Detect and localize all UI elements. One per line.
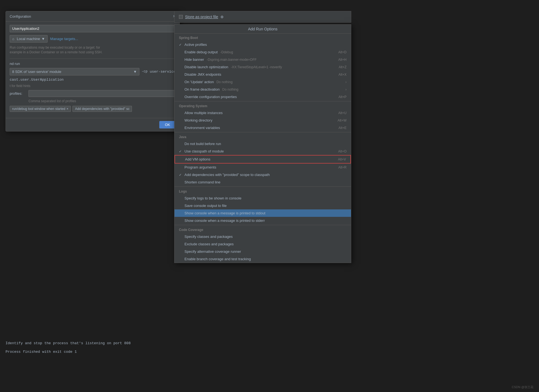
- cp-badge: -cp: [142, 70, 148, 73]
- shortcut-env-vars: Alt+E: [338, 126, 347, 130]
- text-override-config: Override configuration properties: [184, 95, 338, 99]
- store-bar: Store as project file ⚙: [174, 11, 351, 23]
- menu-item-debug-output[interactable]: Enable debug output -Ddebug Alt+D: [175, 48, 351, 56]
- watermark: CSDN @张兰花: [512, 385, 533, 389]
- shortcut-working-dir: Alt+W: [338, 119, 347, 122]
- check-active-profiles: ✓: [179, 43, 184, 47]
- text-debug-output: Enable debug output -Ddebug: [184, 50, 338, 54]
- arrow-frame-deactivation: ›: [345, 88, 347, 91]
- divider-logs: [175, 186, 351, 187]
- section-divider: [10, 59, 176, 59]
- shortcut-program-args: Alt+R: [338, 165, 347, 169]
- dropdown-header: Add Run Options: [175, 25, 351, 34]
- menu-item-add-deps[interactable]: ✓ Add dependencies with "provided" scope…: [175, 171, 351, 178]
- menu-item-use-classpath[interactable]: ✓ Use classpath of module Alt+O: [175, 148, 351, 155]
- module-text: user-service: [150, 70, 176, 74]
- check-add-deps: ✓: [179, 173, 184, 177]
- app-name-input[interactable]: [10, 25, 176, 32]
- text-show-stdout: Show console when a message is printed t…: [184, 211, 347, 215]
- menu-item-env-vars[interactable]: Environment variables Alt+E: [175, 124, 351, 131]
- menu-item-save-console[interactable]: Save console output to file: [175, 202, 351, 209]
- menu-item-multiple-instances[interactable]: Allow multiple instances Alt+U: [175, 109, 351, 117]
- build-run-label: nd run: [10, 62, 176, 66]
- text-logs-console: Specify logs to be shown in console: [184, 196, 347, 200]
- text-hide-banner: Hide banner -Dspring.main.banner-mode=OF…: [184, 57, 338, 62]
- profiles-label: profiles:: [10, 91, 26, 96]
- option-tag-2-text: Add dependencies with "provided" sc: [75, 107, 129, 111]
- divider-os: [175, 101, 351, 101]
- field-hints-row: t for field hints: [10, 84, 176, 88]
- menu-item-specify-classes[interactable]: Specify classes and packages: [175, 233, 351, 240]
- terminal-line3: Process finished with exit code 1: [6, 350, 533, 354]
- text-disable-launch: Disable launch optimization -XX:TieredSt…: [184, 65, 339, 69]
- config-dialog: Configuration × Local machine ▼ Manage t…: [6, 11, 180, 131]
- section-logs: Logs: [175, 187, 351, 194]
- text-disable-jmx: Disable JMX endpoints: [184, 72, 338, 77]
- sdk-select[interactable]: 8 SDK of 'user-service' module ▼: [10, 68, 139, 75]
- profiles-input[interactable]: [28, 90, 176, 97]
- store-checkbox[interactable]: [179, 15, 183, 19]
- menu-item-exclude-classes[interactable]: Exclude classes and packages: [175, 240, 351, 248]
- text-update-action: On 'Update' action Do nothing: [184, 80, 343, 84]
- options-tags: run/debug tool window when started × Add…: [10, 106, 176, 112]
- sdk-label: 8 SDK of 'user-service' module: [12, 70, 61, 74]
- shortcut-use-classpath: Alt+O: [338, 149, 347, 153]
- terminal-bottom: Identify and stop the process that's lis…: [0, 337, 539, 392]
- option-tag-1-text: run/debug tool window when started: [12, 107, 65, 111]
- menu-item-override-config[interactable]: Override configuration properties Alt+P: [175, 93, 351, 101]
- option-tag-2: Add dependencies with "provided" sc: [72, 106, 132, 112]
- local-machine-icon: [12, 37, 15, 41]
- target-row: Local machine ▼ Manage targets...: [10, 35, 176, 43]
- menu-item-show-stdout[interactable]: Show console when a message is printed t…: [175, 209, 351, 217]
- option-tag-1-close[interactable]: ×: [66, 107, 68, 111]
- menu-item-shorten-cmd[interactable]: Shorten command line: [175, 178, 351, 186]
- menu-item-no-build[interactable]: Do not build before run: [175, 140, 351, 148]
- menu-item-active-profiles[interactable]: ✓ Active profiles: [175, 41, 351, 48]
- ok-button[interactable]: OK: [159, 121, 176, 128]
- text-no-build: Do not build before run: [184, 142, 347, 146]
- shortcut-override-config: Alt+P: [338, 95, 347, 99]
- menu-item-program-args[interactable]: Program arguments Alt+R: [175, 164, 351, 171]
- shortcut-hide-banner: Alt+H: [338, 58, 347, 62]
- menu-item-update-action[interactable]: On 'Update' action Do nothing ›: [175, 78, 351, 86]
- dialog-body: Local machine ▼ Manage targets... Run co…: [6, 22, 179, 118]
- terminal-line1: Identify and stop the process that's lis…: [6, 341, 533, 345]
- menu-item-alt-coverage-runner[interactable]: Specify alternative coverage runner: [175, 248, 351, 255]
- menu-item-frame-deactivation[interactable]: On frame deactivation Do nothing ›: [175, 86, 351, 93]
- text-frame-deactivation: On frame deactivation Do nothing: [184, 87, 343, 91]
- menu-item-show-stderr[interactable]: Show console when a message is printed t…: [175, 217, 351, 224]
- arrow-update-action: ›: [345, 80, 347, 84]
- menu-item-add-vm-options[interactable]: Add VM options Alt+V: [175, 155, 351, 164]
- menu-item-working-dir[interactable]: Working directory Alt+W: [175, 117, 351, 124]
- divider-coverage: [175, 225, 351, 225]
- dropdown-panel: Add Run Options Spring Boot ✓ Active pro…: [174, 24, 351, 263]
- profiles-row: profiles:: [10, 90, 176, 97]
- section-spring-boot: Spring Boot: [175, 34, 351, 41]
- manage-targets-link[interactable]: Manage targets...: [50, 37, 78, 41]
- target-select[interactable]: Local machine ▼: [10, 35, 48, 43]
- dialog-title: Configuration: [10, 14, 31, 19]
- target-dropdown-arrow: ▼: [41, 37, 45, 41]
- text-show-stderr: Show console when a message is printed t…: [184, 219, 347, 223]
- target-label: Local machine: [17, 37, 40, 41]
- store-label: Store as project file: [185, 15, 218, 19]
- shortcut-debug-output: Alt+D: [338, 50, 347, 54]
- text-alt-coverage-runner: Specify alternative coverage runner: [184, 249, 347, 254]
- menu-item-disable-launch[interactable]: Disable launch optimization -XX:TieredSt…: [175, 63, 351, 71]
- sdk-row: 8 SDK of 'user-service' module ▼ -cp use…: [10, 68, 176, 75]
- text-add-deps: Add dependencies with "provided" scope t…: [184, 173, 347, 177]
- text-multiple-instances: Allow multiple instances: [184, 111, 338, 115]
- text-active-profiles: Active profiles: [184, 43, 347, 47]
- section-java: Java: [175, 133, 351, 140]
- menu-item-disable-jmx[interactable]: Disable JMX endpoints Alt+X: [175, 71, 351, 78]
- menu-item-hide-banner[interactable]: Hide banner -Dspring.main.banner-mode=OF…: [175, 56, 351, 63]
- text-specify-classes: Specify classes and packages: [184, 235, 347, 239]
- text-add-vm-options: Add VM options: [185, 157, 338, 161]
- run-info-text: Run configurations may be executed local…: [10, 45, 176, 55]
- menu-item-logs-console[interactable]: Specify logs to be shown in console: [175, 194, 351, 202]
- store-gear-icon[interactable]: ⚙: [220, 15, 224, 19]
- divider-java: [175, 132, 351, 132]
- menu-item-branch-coverage[interactable]: Enable branch coverage and test tracking: [175, 255, 351, 263]
- section-os: Operating System: [175, 102, 351, 109]
- text-working-dir: Working directory: [184, 118, 338, 122]
